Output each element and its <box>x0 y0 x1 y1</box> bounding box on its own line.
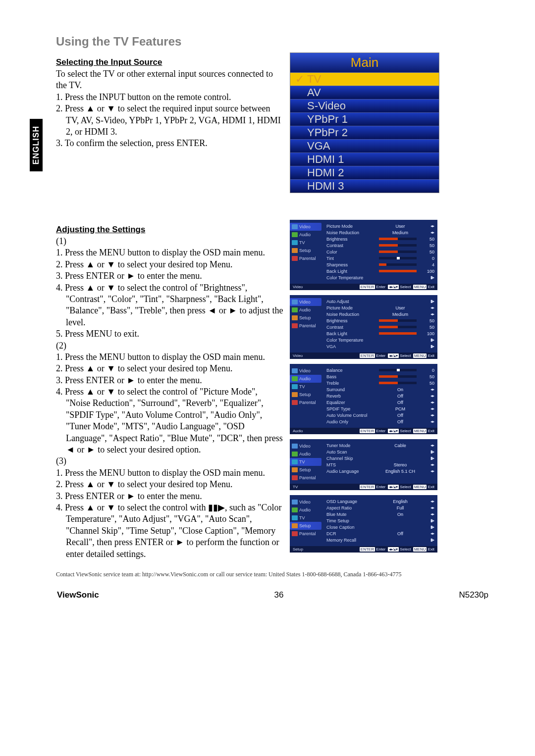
osd-nav-setup[interactable]: Setup <box>290 247 321 254</box>
osd-row[interactable]: MTSStereo◂▸ <box>326 461 434 468</box>
slider[interactable] <box>374 375 422 378</box>
osd-row[interactable]: Audio LanguageEnglish 5.1 CH◂▸ <box>326 468 434 474</box>
main-menu-item-vga[interactable]: VGA <box>290 139 439 152</box>
osd-nav-audio[interactable]: Audio <box>290 375 321 383</box>
osd-row[interactable]: Tuner ModeCable◂▸ <box>326 442 434 449</box>
osd-nav-tv[interactable]: TV <box>290 514 321 522</box>
osd-row[interactable]: OSD LanguageEnglish◂▸ <box>326 498 434 504</box>
osd-row[interactable]: Noise ReductionMedium◂▸ <box>326 229 434 236</box>
adjust-steps: 1. Press the MENU button to display the … <box>56 467 284 560</box>
osd-nav-tv[interactable]: TV <box>290 458 321 466</box>
osd-nav-parental[interactable]: Parental <box>290 530 321 538</box>
osd-row[interactable]: Treble50 <box>326 380 434 386</box>
osd-row[interactable]: Brightness50 <box>326 236 434 242</box>
main-menu-item-ypbpr-1[interactable]: YPbPr 1 <box>290 112 439 126</box>
osd-row[interactable]: Auto Adjust▮▸ <box>326 298 434 304</box>
osd-row-label: Aspect Ratio <box>326 505 374 510</box>
parental-icon <box>292 400 298 405</box>
osd-row-label: Auto Volume Control <box>326 413 374 418</box>
osd-nav-audio[interactable]: Audio <box>290 506 321 514</box>
slider[interactable] <box>374 251 422 253</box>
slider[interactable] <box>374 319 422 322</box>
osd-nav-audio[interactable]: Audio <box>290 450 321 458</box>
osd-row[interactable]: VGA▮▸ <box>326 343 434 350</box>
osd-nav-setup[interactable]: Setup <box>290 314 321 322</box>
osd-row[interactable]: Aspect RatioFull◂▸ <box>326 504 434 511</box>
osd-nav-audio[interactable]: Audio <box>290 306 321 314</box>
osd-row[interactable]: Picture ModeUser◂▸ <box>326 223 434 229</box>
osd-row[interactable]: Contrast50 <box>326 242 434 249</box>
osd-nav-video[interactable]: Video <box>290 367 321 375</box>
osd-row[interactable]: Brightness50 <box>326 317 434 324</box>
osd-row[interactable]: Contrast50 <box>326 324 434 330</box>
slider[interactable] <box>374 257 422 259</box>
osd-nav-video[interactable]: Video <box>290 298 321 306</box>
osd-row[interactable]: Audio OnlyOff◂▸ <box>326 418 434 425</box>
main-menu-item-s-video[interactable]: S-Video <box>290 99 439 112</box>
slider[interactable] <box>374 382 422 384</box>
slider[interactable] <box>374 244 422 247</box>
osd-row[interactable]: Auto Scan▮▸ <box>326 449 434 455</box>
osd-nav-parental[interactable]: Parental <box>290 254 321 262</box>
osd-row[interactable]: Picture ModeUser◂▸ <box>326 304 434 311</box>
osd-nav-setup[interactable]: Setup <box>290 391 321 399</box>
osd-row-label: Tuner Mode <box>326 443 374 448</box>
osd-row[interactable]: Back Light100 <box>326 268 434 274</box>
osd-row-value: 100 <box>422 331 434 336</box>
osd-nav-tv[interactable]: TV <box>290 383 321 391</box>
osd-row[interactable]: Channel Skip▮▸ <box>326 455 434 461</box>
slider[interactable] <box>374 326 422 328</box>
osd-row[interactable]: Auto Volume ControlOff◂▸ <box>326 412 434 418</box>
osd-row[interactable]: Memory Recall▮▸ <box>326 537 434 543</box>
main-menu-item-hdmi-2[interactable]: HDMI 2 <box>290 166 439 179</box>
osd-footer: TVENTER Enter ◂▸/▴▾ Select MENU Exit <box>290 484 437 490</box>
osd-row[interactable]: Tint0 <box>326 255 434 261</box>
nav-arrows-icon: ◂▸ <box>427 469 434 473</box>
group-label: (1) <box>56 236 284 247</box>
osd-row[interactable]: Time Setup▮▸ <box>326 517 434 524</box>
slider[interactable] <box>374 369 422 371</box>
osd-footer-tag: TV <box>293 485 298 489</box>
nav-arrows-icon: ▮▸ <box>427 338 434 342</box>
osd-nav-parental[interactable]: Parental <box>290 474 321 482</box>
main-menu-item-av[interactable]: AV <box>290 86 439 99</box>
osd-row[interactable]: Color50 <box>326 249 434 255</box>
osd-nav-audio[interactable]: Audio <box>290 231 321 239</box>
osd-nav-setup[interactable]: Setup <box>290 522 321 530</box>
osd-nav-video[interactable]: Video <box>290 223 321 231</box>
slider[interactable] <box>374 332 422 335</box>
osd-row[interactable]: Sharpness4 <box>326 261 434 268</box>
footer-model: N5230p <box>459 590 488 600</box>
main-menu-item-ypbpr-2[interactable]: YPbPr 2 <box>290 126 439 139</box>
osd-row[interactable]: Balance0 <box>326 367 434 373</box>
osd-row[interactable]: Noise ReductionMedium◂▸ <box>326 311 434 317</box>
osd-row[interactable]: Color Temperature▮▸ <box>326 337 434 343</box>
osd-row[interactable]: Bass50 <box>326 373 434 380</box>
main-menu-item-tv[interactable]: TV <box>290 72 439 86</box>
slider[interactable] <box>374 263 422 266</box>
osd-row[interactable]: Back Light100 <box>326 330 434 337</box>
slider[interactable] <box>374 270 422 272</box>
osd-nav-tv[interactable]: TV <box>290 239 321 247</box>
osd-row[interactable]: Color Temperature▮▸ <box>326 274 434 281</box>
osd-nav-video[interactable]: Video <box>290 498 321 506</box>
main-menu-item-hdmi-3[interactable]: HDMI 3 <box>290 179 439 193</box>
main-menu-item-hdmi-1[interactable]: HDMI 1 <box>290 152 439 166</box>
osd-nav-parental[interactable]: Parental <box>290 322 321 330</box>
audio-icon <box>292 452 298 456</box>
osd-nav-setup[interactable]: Setup <box>290 466 321 474</box>
osd-nav-video[interactable]: Video <box>290 442 321 450</box>
osd-nav-parental[interactable]: Parental <box>290 399 321 406</box>
osd-row[interactable]: DCROff◂▸ <box>326 530 434 537</box>
osd-row[interactable]: ReverbOff◂▸ <box>326 393 434 399</box>
osd-row[interactable]: Close Caption▮▸ <box>326 524 434 530</box>
osd-row[interactable]: EqualizerOff◂▸ <box>326 399 434 405</box>
osd-nav-label: TV <box>299 459 305 464</box>
osd-row[interactable]: SurroundOn◂▸ <box>326 386 434 393</box>
osd-row-value: Off <box>374 394 427 399</box>
slider[interactable] <box>374 238 422 240</box>
osd-footer-keys: ENTER Enter ◂▸/▴▾ Select MENU Exit <box>360 285 434 289</box>
osd-row[interactable]: SPDIF TypePCM◂▸ <box>326 405 434 412</box>
osd-row[interactable]: Blue MuteOn◂▸ <box>326 511 434 517</box>
nav-arrows-icon: ▮▸ <box>427 525 434 529</box>
